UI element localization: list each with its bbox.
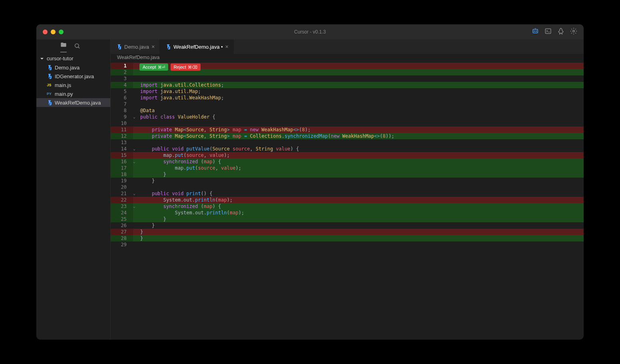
fold-toggle[interactable]: ⌄ bbox=[133, 158, 139, 165]
folder-root[interactable]: cursor-tutor bbox=[36, 54, 110, 63]
code-content: } bbox=[139, 216, 584, 222]
code-line: 27} bbox=[111, 229, 584, 235]
code-content: } bbox=[139, 178, 584, 184]
code-content: import java.util.Map; bbox=[139, 88, 584, 95]
line-number: 20 bbox=[111, 184, 133, 190]
fold-toggle bbox=[133, 178, 139, 184]
java-file-icon bbox=[115, 44, 122, 50]
code-content: synchronized (map) { bbox=[139, 158, 584, 165]
svg-rect-0 bbox=[533, 30, 538, 33]
code-content: public void putValue(Source source, Stri… bbox=[139, 146, 584, 152]
code-content: System.out.println(map); bbox=[139, 210, 584, 216]
main-area: Demo.java×WeakRefDemo.java •× WeakRefDem… bbox=[111, 40, 584, 340]
line-number: 9 bbox=[111, 114, 133, 120]
fold-toggle bbox=[133, 75, 139, 82]
terminal-icon[interactable] bbox=[544, 28, 552, 36]
minimize-window-button[interactable] bbox=[51, 30, 56, 34]
line-number: 15 bbox=[111, 152, 133, 158]
line-number: 8 bbox=[111, 107, 133, 114]
maximize-window-button[interactable] bbox=[59, 30, 64, 34]
line-number: 16 bbox=[111, 158, 133, 165]
fold-toggle bbox=[133, 69, 139, 75]
accept-button[interactable]: Accept ⌘⏎ bbox=[139, 63, 168, 71]
code-content bbox=[139, 139, 584, 146]
line-number: 1 bbox=[111, 63, 133, 69]
fold-toggle[interactable]: ⌄ bbox=[133, 114, 139, 120]
line-number: 14 bbox=[111, 146, 133, 152]
close-icon[interactable]: × bbox=[225, 44, 229, 50]
line-number: 22 bbox=[111, 197, 133, 203]
close-window-button[interactable] bbox=[43, 30, 48, 34]
fold-toggle[interactable]: ⌄ bbox=[133, 146, 139, 152]
code-line: 9⌄public class ValueHolder { bbox=[111, 114, 584, 120]
code-line: 23⌄ synchronized (map) { bbox=[111, 203, 584, 210]
file-list: Demo.javaIDGenerator.javaJSmain.jsPYmain… bbox=[36, 63, 110, 107]
line-number: 11 bbox=[111, 127, 133, 133]
code-content bbox=[139, 63, 584, 69]
fold-toggle bbox=[133, 222, 139, 229]
line-number: 18 bbox=[111, 171, 133, 178]
file-name: main.py bbox=[55, 91, 73, 97]
tab-label: Demo.java bbox=[124, 44, 149, 50]
file-item[interactable]: Demo.java bbox=[36, 63, 110, 72]
sidebar: cursor-tutor Demo.javaIDGenerator.javaJS… bbox=[36, 40, 111, 340]
app-body: cursor-tutor Demo.javaIDGenerator.javaJS… bbox=[36, 40, 584, 340]
breadcrumb: WeakRefDemo.java bbox=[111, 54, 584, 63]
file-name: WeakRefDemo.java bbox=[55, 100, 101, 106]
code-line: 11 private Map<Source, String> map = new… bbox=[111, 127, 584, 133]
line-number: 27 bbox=[111, 229, 133, 235]
code-content bbox=[139, 69, 584, 75]
fold-toggle bbox=[133, 241, 139, 248]
code-content: System.out.println(map); bbox=[139, 197, 584, 203]
fold-toggle bbox=[133, 152, 139, 158]
line-number: 23 bbox=[111, 203, 133, 210]
editor-lines: 1234import java.util.Collections;5import… bbox=[111, 63, 584, 248]
code-line: 22 System.out.println(map); bbox=[111, 197, 584, 203]
line-number: 7 bbox=[111, 101, 133, 107]
code-content: public class ValueHolder { bbox=[139, 114, 584, 120]
code-line: 28} bbox=[111, 235, 584, 241]
code-line: 29 bbox=[111, 241, 584, 248]
explorer-icon[interactable] bbox=[60, 42, 67, 52]
code-content: } bbox=[139, 222, 584, 229]
file-item[interactable]: PYmain.py bbox=[36, 89, 110, 98]
code-content: map.put(source, value); bbox=[139, 152, 584, 158]
fold-toggle[interactable]: ⌄ bbox=[133, 203, 139, 210]
fold-toggle[interactable]: ⌄ bbox=[133, 190, 139, 197]
close-icon[interactable]: × bbox=[151, 44, 155, 50]
svg-point-2 bbox=[536, 31, 537, 32]
fold-toggle bbox=[133, 120, 139, 127]
code-line: 4import java.util.Collections; bbox=[111, 82, 584, 88]
code-content: map.put(source, value); bbox=[139, 165, 584, 171]
code-line: 10 bbox=[111, 120, 584, 127]
ai-icon[interactable] bbox=[532, 28, 539, 36]
reject-button[interactable]: Reject ⌘⌫ bbox=[171, 63, 201, 71]
fold-toggle bbox=[133, 197, 139, 203]
line-number: 2 bbox=[111, 69, 133, 75]
file-item[interactable]: WeakRefDemo.java bbox=[36, 98, 110, 107]
code-line: 13 bbox=[111, 139, 584, 146]
java-file-icon bbox=[46, 99, 52, 106]
py-file-icon: PY bbox=[46, 91, 52, 97]
tab[interactable]: Demo.java× bbox=[111, 40, 160, 54]
code-content: private Map<Source, String> map = Collec… bbox=[139, 133, 584, 139]
file-name: Demo.java bbox=[55, 65, 79, 71]
code-content bbox=[139, 184, 584, 190]
file-item[interactable]: IDGenerator.java bbox=[36, 72, 110, 81]
code-line: 5import java.util.Map; bbox=[111, 88, 584, 95]
svg-rect-4 bbox=[545, 29, 551, 34]
fold-toggle bbox=[133, 95, 139, 101]
code-content: import java.util.WeakHashMap; bbox=[139, 95, 584, 101]
feedback-icon[interactable] bbox=[557, 28, 564, 36]
search-icon[interactable] bbox=[74, 43, 80, 51]
titlebar-actions bbox=[532, 28, 577, 36]
code-content: synchronized (map) { bbox=[139, 203, 584, 210]
tab[interactable]: WeakRefDemo.java •× bbox=[160, 40, 234, 54]
reject-label: Reject bbox=[174, 65, 186, 69]
settings-icon[interactable] bbox=[570, 28, 577, 36]
code-editor[interactable]: Accept ⌘⏎ Reject ⌘⌫ 1234import java.util… bbox=[111, 63, 584, 340]
file-item[interactable]: JSmain.js bbox=[36, 81, 110, 89]
titlebar: Cursor - v0.1.3 bbox=[36, 24, 584, 40]
fold-toggle bbox=[133, 216, 139, 222]
fold-toggle bbox=[133, 88, 139, 95]
